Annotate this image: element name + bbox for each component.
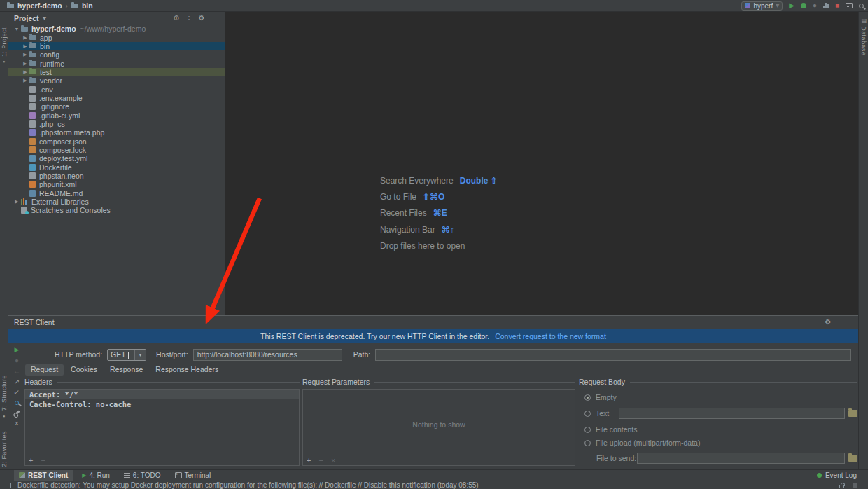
tree-item-dockerfile[interactable]: Dockerfile xyxy=(8,163,225,172)
request-parameters-list[interactable]: Nothing to show + − × xyxy=(302,389,575,466)
headers-list[interactable]: Accept: */* Cache-Control: no-cache + − xyxy=(24,389,300,466)
browse-folder-icon[interactable] xyxy=(848,410,858,417)
toolwindow-switcher-icon[interactable] xyxy=(6,483,11,488)
import-request-icon[interactable]: ↙ xyxy=(12,388,22,396)
submit-request-button[interactable]: ▶ xyxy=(12,346,22,354)
chevron-right-icon[interactable]: ▶ xyxy=(21,69,29,75)
host-port-input[interactable] xyxy=(193,349,342,361)
toolwindow-tab-terminal[interactable]: Terminal xyxy=(170,470,216,481)
tree-item-phpstorm-meta[interactable]: .phpstorm.meta.php xyxy=(8,128,225,137)
profiler-button[interactable] xyxy=(823,3,829,8)
radio-icon[interactable] xyxy=(584,427,591,433)
tree-item-composer-lock[interactable]: composer.lock xyxy=(8,146,225,154)
search-everywhere-icon[interactable] xyxy=(859,4,864,8)
tree-item-env-example[interactable]: .env.example xyxy=(8,94,225,102)
shortcut-row: Drop files here to open xyxy=(380,237,498,254)
gear-icon[interactable]: ⚙ xyxy=(823,318,833,326)
status-message[interactable]: Dockerfile detection: You may setup Dock… xyxy=(18,481,479,489)
breadcrumb-project[interactable]: hyperf-demo xyxy=(18,1,62,10)
tree-item-config[interactable]: ▶ config xyxy=(8,50,225,59)
tab-request[interactable]: Request xyxy=(25,364,64,376)
locate-file-icon[interactable]: ⊕ xyxy=(172,14,181,22)
tree-item-phpstan[interactable]: phpstan.neon xyxy=(8,172,225,180)
add-parameter-button[interactable]: + xyxy=(307,456,311,464)
tree-item-deploy-test[interactable]: deploy.test.yml xyxy=(8,154,225,163)
breadcrumb-bin[interactable]: bin xyxy=(82,1,93,10)
path-input[interactable] xyxy=(375,349,851,361)
http-method-input[interactable] xyxy=(108,350,134,360)
toolwindow-tab-rest-client[interactable]: REST Client xyxy=(14,470,73,481)
tree-item-root[interactable]: ▼ hyperf-demo ~/www/hyperf-demo xyxy=(8,25,225,33)
body-option-file-upload[interactable]: File upload (multipart/form-data) xyxy=(584,439,858,447)
chevron-right-icon[interactable]: ▶ xyxy=(21,35,29,41)
chevron-right-icon[interactable]: ▶ xyxy=(21,61,29,67)
run-configuration-select[interactable]: hyperf ▾ xyxy=(741,1,783,11)
toolwindow-button-structure[interactable]: ▪ 7: Structure xyxy=(1,375,8,420)
radio-icon[interactable] xyxy=(584,411,591,417)
tree-item-bin[interactable]: ▶ bin xyxy=(8,42,225,50)
chevron-down-icon[interactable]: ▾ xyxy=(42,14,48,22)
rest-client-toolbar: ▶ ● ← ↗ ↙ × xyxy=(8,343,25,468)
tool-windows-icon[interactable] xyxy=(846,3,853,8)
header-entry[interactable]: Cache-Control: no-cache xyxy=(25,399,299,409)
http-method-select[interactable]: ▾ xyxy=(107,349,146,361)
chevron-right-icon[interactable]: ▶ xyxy=(21,52,29,57)
hide-panel-icon[interactable]: − xyxy=(843,318,853,326)
run-button[interactable]: ▶ xyxy=(789,2,794,9)
tree-item-external-libraries[interactable]: ▶ External Libraries xyxy=(8,198,225,206)
lock-icon[interactable] xyxy=(839,485,844,488)
settings-wrench-icon[interactable] xyxy=(12,409,22,417)
file-to-send-label: File to send: xyxy=(596,454,637,462)
remove-parameter-button[interactable]: − xyxy=(318,456,323,464)
radio-icon[interactable] xyxy=(584,440,591,446)
project-panel-title[interactable]: Project xyxy=(14,14,39,22)
tree-item-scratches[interactable]: Scratches and Consoles xyxy=(8,206,225,214)
tree-item-env[interactable]: .env xyxy=(8,85,225,93)
tab-response[interactable]: Response xyxy=(104,364,148,376)
tab-response-headers[interactable]: Response Headers xyxy=(150,364,224,376)
body-option-empty[interactable]: Empty xyxy=(584,393,858,401)
tab-cookies[interactable]: Cookies xyxy=(65,364,103,376)
chevron-down-icon[interactable]: ▾ xyxy=(134,350,146,360)
event-log-button[interactable]: Event Log xyxy=(817,471,868,479)
collapse-all-icon[interactable]: ÷ xyxy=(184,14,194,22)
tree-item-composer-json[interactable]: composer.json xyxy=(8,137,225,145)
file-to-send-input[interactable] xyxy=(637,453,845,464)
tree-item-phpunit[interactable]: phpunit.xml xyxy=(8,180,225,188)
body-option-text[interactable]: Text xyxy=(584,408,858,419)
tree-item-runtime[interactable]: ▶ runtime xyxy=(8,59,225,67)
toolwindow-tab-run[interactable]: ▶ 4: Run xyxy=(77,470,115,481)
close-icon[interactable]: × xyxy=(12,420,22,427)
gear-icon[interactable]: ⚙ xyxy=(197,14,206,22)
chevron-expanded-icon[interactable]: ▼ xyxy=(13,27,21,32)
chevron-right-icon[interactable]: ▶ xyxy=(21,78,29,83)
add-header-button[interactable]: + xyxy=(29,456,33,464)
hide-panel-icon[interactable]: − xyxy=(209,14,219,22)
toolwindow-button-project[interactable]: ▪ 1: Project xyxy=(1,27,8,65)
tree-item-vendor[interactable]: ▶ vendor xyxy=(8,76,225,85)
convert-request-link[interactable]: Convert request to the new format xyxy=(495,332,606,340)
tree-item-test[interactable]: ▶ test xyxy=(8,68,225,76)
stop-button[interactable]: ■ xyxy=(835,2,839,9)
chevron-right-icon[interactable]: ▶ xyxy=(21,43,29,49)
ssl-key-icon[interactable] xyxy=(12,399,22,406)
tree-item-app[interactable]: ▶ app xyxy=(8,33,225,41)
tree-item-readme[interactable]: README.md xyxy=(8,189,225,198)
body-text-input[interactable] xyxy=(619,408,845,419)
composer-file-icon xyxy=(29,138,36,145)
coverage-button[interactable]: ● xyxy=(813,2,817,9)
browse-folder-icon[interactable] xyxy=(848,455,858,462)
remove-header-button[interactable]: − xyxy=(41,456,45,464)
body-option-file-contents[interactable]: File contents xyxy=(584,425,858,434)
debug-button[interactable] xyxy=(801,3,806,8)
export-request-icon[interactable]: ↗ xyxy=(12,378,22,385)
toolwindow-button-database[interactable]: ▤ Database xyxy=(860,18,867,55)
chevron-right-icon[interactable]: ▶ xyxy=(13,199,21,205)
clear-parameters-button[interactable]: × xyxy=(331,456,335,464)
tree-item-gitignore[interactable]: .gitignore xyxy=(8,102,225,111)
header-entry[interactable]: Accept: */* xyxy=(25,390,299,399)
tree-item-php-cs[interactable]: .php_cs xyxy=(8,120,225,128)
radio-selected-icon[interactable] xyxy=(584,394,591,401)
tree-item-gitlab-ci[interactable]: .gitlab-ci.yml xyxy=(8,111,225,119)
toolwindow-tab-todo[interactable]: 6: TODO xyxy=(119,470,166,481)
